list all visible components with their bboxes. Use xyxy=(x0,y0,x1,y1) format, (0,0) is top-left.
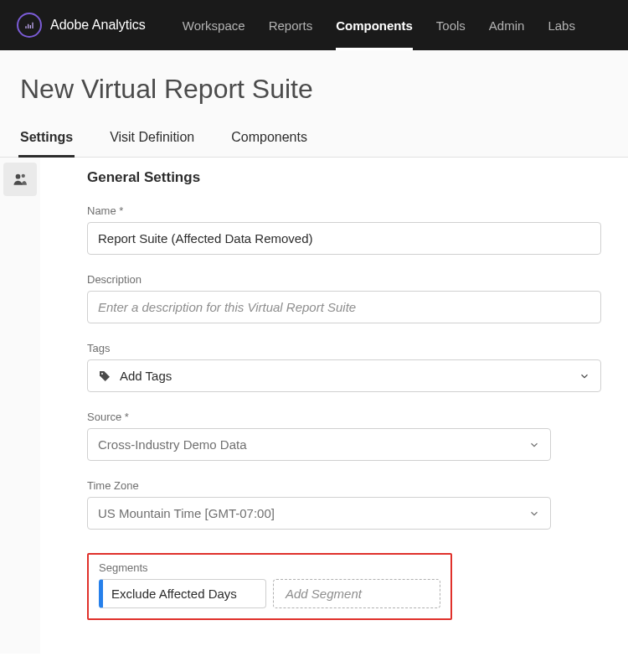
chevron-down-icon xyxy=(579,370,590,382)
segment-chip-exclude-affected-days[interactable]: Exclude Affected Days xyxy=(99,579,266,608)
description-label: Description xyxy=(87,273,601,286)
field-description: Description xyxy=(87,273,601,323)
timezone-select[interactable]: US Mountain Time [GMT-07:00] xyxy=(87,497,551,530)
tags-value: Add Tags xyxy=(120,369,172,383)
timezone-label: Time Zone xyxy=(87,479,601,492)
topnav-tools[interactable]: Tools xyxy=(436,0,466,50)
main-content: General Settings Name * Description Tags xyxy=(40,158,628,654)
tag-icon xyxy=(98,370,111,383)
page-title: New Virtual Report Suite xyxy=(0,50,628,123)
page: New Virtual Report Suite Settings Visit … xyxy=(0,50,628,654)
tags-label: Tags xyxy=(87,342,601,354)
chevron-down-icon xyxy=(528,439,540,451)
topnav-labs[interactable]: Labs xyxy=(548,0,575,50)
topnav-reports[interactable]: Reports xyxy=(269,0,313,50)
tab-settings[interactable]: Settings xyxy=(20,123,73,157)
timezone-value: US Mountain Time [GMT-07:00] xyxy=(98,506,275,520)
segment-chip-label: Exclude Affected Days xyxy=(111,587,237,601)
description-input[interactable] xyxy=(87,291,601,323)
field-tags: Tags Add Tags xyxy=(87,342,601,392)
svg-point-5 xyxy=(22,174,25,178)
source-select[interactable]: Cross-Industry Demo Data xyxy=(87,428,551,461)
segments-highlight-box: Segments Exclude Affected Days Add Segme… xyxy=(87,553,452,620)
svg-point-6 xyxy=(101,373,103,375)
tab-components[interactable]: Components xyxy=(231,123,307,157)
chevron-down-icon xyxy=(528,508,540,520)
field-source: Source * Cross-Industry Demo Data xyxy=(87,411,601,461)
left-rail xyxy=(0,158,40,654)
svg-point-4 xyxy=(16,174,21,179)
name-input[interactable] xyxy=(87,222,601,255)
add-segment-placeholder: Add Segment xyxy=(286,587,362,601)
tags-select[interactable]: Add Tags xyxy=(87,359,601,392)
subtabs: Settings Visit Definition Components xyxy=(0,123,628,158)
brand-group: Adobe Analytics xyxy=(17,13,146,38)
topnav-items: Workspace Reports Components Tools Admin… xyxy=(183,0,575,50)
people-icon xyxy=(12,171,28,188)
topnav-admin[interactable]: Admin xyxy=(489,0,525,50)
body-layout: General Settings Name * Description Tags xyxy=(0,158,628,654)
field-timezone: Time Zone US Mountain Time [GMT-07:00] xyxy=(87,479,601,530)
owner-share-button[interactable] xyxy=(3,163,37,196)
segments-label: Segments xyxy=(99,561,440,574)
section-heading: General Settings xyxy=(87,169,601,186)
tab-visit-definition[interactable]: Visit Definition xyxy=(110,123,194,157)
top-nav: Adobe Analytics Workspace Reports Compon… xyxy=(0,0,628,50)
field-name: Name * xyxy=(87,204,601,255)
source-label: Source * xyxy=(87,411,601,423)
name-label: Name * xyxy=(87,204,601,217)
add-segment-dropzone[interactable]: Add Segment xyxy=(273,579,440,608)
brand-text: Adobe Analytics xyxy=(50,18,146,33)
segments-row: Exclude Affected Days Add Segment xyxy=(99,579,440,608)
topnav-components[interactable]: Components xyxy=(336,0,413,50)
adobe-analytics-logo-icon xyxy=(17,13,42,38)
topnav-workspace[interactable]: Workspace xyxy=(183,0,245,50)
source-value: Cross-Industry Demo Data xyxy=(98,437,247,452)
